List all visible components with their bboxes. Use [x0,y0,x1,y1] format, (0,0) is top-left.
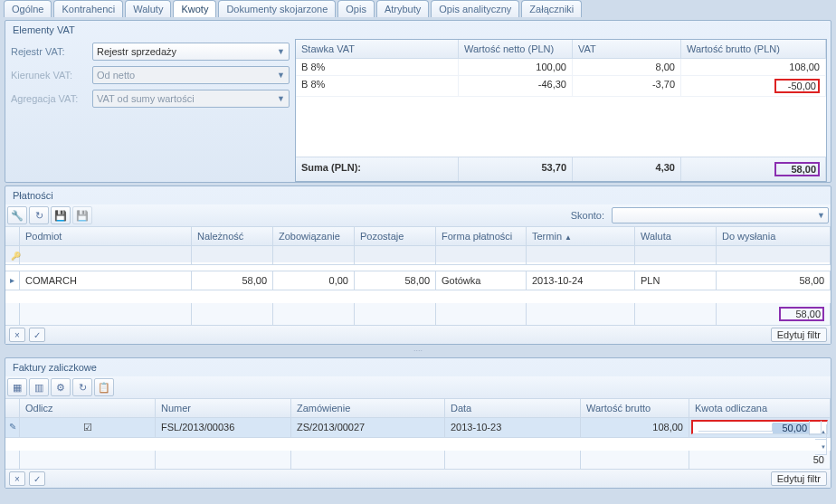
kwota-value[interactable]: 50,00 [773,423,809,433]
table-row[interactable]: ▸ COMARCH 58,00 0,00 58,00 Gotówka 2013-… [5,271,831,290]
grid-head: Odlicz Numer Zamówienie Data Wartość bru… [5,399,831,418]
tab-atrybuty[interactable]: Atrybuty [376,0,429,17]
clear-filter-button[interactable]: × [9,471,25,486]
panel-title: Płatności [5,186,831,204]
col-brutto[interactable]: Wartość brutto (PLN) [681,40,826,59]
col-forma[interactable]: Forma płatności [436,227,527,246]
skonto-combo[interactable]: ▼ [612,207,829,223]
col-naleznosc[interactable]: Należność [192,227,273,246]
cell-zobowiazanie: 0,00 [273,271,355,290]
tab-opis-analityczny[interactable]: Opis analityczny [431,0,519,17]
col-kwota[interactable]: Kwota odliczana [689,399,831,418]
combo-value: Rejestr sprzedaży [97,46,176,57]
table-row[interactable]: ✎ ☑ FSL/2013/00036 ZS/2013/00027 2013-10… [5,418,831,438]
sum-label: Suma (PLN): [296,157,459,181]
tab-dokumenty[interactable]: Dokumenty skojarzone [218,0,336,17]
col-pozostaje[interactable]: Pozostaje [355,227,436,246]
tab-waluty[interactable]: Waluty [125,0,171,17]
cell-termin: 2013-10-24 [527,271,635,290]
col-zobowiazanie[interactable]: Zobowiązanie [273,227,355,246]
clear-filter-button[interactable]: × [9,328,25,342]
row-handle-icon[interactable]: ▸ [5,271,20,290]
summary-icon[interactable]: 📋 [94,378,114,396]
col-zamowienie[interactable]: Zamówienie [291,399,445,418]
spinner[interactable]: ▲▼ [809,421,822,435]
kwota-input-highlight[interactable]: 50,00 ▲▼ [691,420,828,434]
sum-netto: 53,70 [459,157,573,181]
cell-brutto: 108,00 [681,59,826,76]
cell-dowyslania: 58,00 [717,271,831,290]
footer-total: 50 [689,451,831,469]
rejestr-vat-combo[interactable]: Rejestr sprzedaży ▼ [92,43,290,61]
refresh-icon[interactable]: ↻ [72,378,92,396]
cell-netto: -46,30 [459,76,573,97]
col-dowyslania[interactable]: Do wysłania [717,227,831,246]
cell-stawka: B 8% [296,76,459,97]
cell-naleznosc: 58,00 [192,271,273,290]
col-netto[interactable]: Wartość netto (PLN) [459,40,573,59]
col-waluta[interactable]: Waluta [635,227,717,246]
col-numer[interactable]: Numer [156,399,291,418]
tab-kontrahenci[interactable]: Kontrahenci [53,0,123,17]
cell-waluta: PLN [635,271,717,290]
col-data[interactable]: Data [445,399,581,418]
cell-brutto: -50,00 [681,76,826,97]
filter-check-button[interactable]: ✓ [29,471,45,486]
cell-forma: Gotówka [436,271,527,290]
cell-numer: FSL/2013/00036 [156,418,291,438]
spin-up-icon[interactable]: ▲ [815,424,827,440]
rejestr-vat-label: Rejestr VAT: [11,46,92,57]
wrench-icon[interactable]: 🔧 [7,206,27,224]
col-odlicz[interactable]: Odlicz [20,399,156,418]
chevron-down-icon: ▼ [277,47,285,56]
cell-data: 2013-10-23 [445,418,581,438]
cell-stawka: B 8% [296,59,459,76]
sum-brutto: 58,00 [681,157,826,181]
filter-check-button[interactable]: ✓ [29,328,45,342]
pay-toolbar: 🔧 ↻ 💾 💾 Skonto: ▼ [5,204,831,227]
grid-footer-bar: × ✓ Edytuj filtr [5,469,831,488]
edit-filter-button[interactable]: Edytuj filtr [771,328,827,342]
combo-value: VAT od sumy wartości [97,93,195,104]
vat-row[interactable]: B 8% -46,30 -3,70 -50,00 [296,76,826,97]
cell-odlicz[interactable]: ☑ [20,418,156,438]
combo-value: Od netto [97,70,135,81]
cell-zamowienie: ZS/2013/00027 [291,418,445,438]
panel-title: Elementy VAT [5,21,831,39]
tab-zalaczniki[interactable]: Załączniki [521,0,582,17]
skonto-label: Skonto: [571,210,604,221]
highlight-red: -50,00 [774,79,820,93]
refresh-icon[interactable]: ↻ [29,206,49,224]
col-termin[interactable]: Termin▲ [527,227,635,246]
sum-vat: 4,30 [573,157,681,181]
adv-grid: Odlicz Numer Zamówienie Data Wartość bru… [5,399,831,488]
save-disabled-icon: 💾 [72,206,92,224]
highlight-purple: 58,00 [779,307,824,321]
vat-row[interactable]: B 8% 100,00 8,00 108,00 [296,59,826,76]
col-stawka[interactable]: Stawka VAT [296,40,459,59]
grid-alt-icon[interactable]: ▥ [29,378,49,396]
edit-filter-button[interactable]: Edytuj filtr [771,471,827,486]
grid-footer: 50 [5,451,831,469]
grid-icon[interactable]: ▦ [7,378,27,396]
tab-kwoty[interactable]: Kwoty [173,0,216,17]
tab-opis[interactable]: Opis [337,0,375,17]
vat-table-head: Stawka VAT Wartość netto (PLN) VAT Warto… [296,40,826,59]
gear-icon[interactable]: ⚙ [51,378,71,396]
cell-kwota[interactable]: 50,00 ▲▼ [689,418,831,438]
spin-down-icon[interactable]: ▼ [815,440,827,455]
col-podmiot[interactable]: Podmiot [20,227,192,246]
save-icon[interactable]: 💾 [51,206,71,224]
col-vat[interactable]: VAT [573,40,681,59]
chevron-down-icon: ▼ [277,94,285,103]
checkbox-checked-icon[interactable]: ☑ [83,422,92,433]
cell-vat: -3,70 [573,76,681,97]
edit-row-icon[interactable]: ✎ [5,418,20,438]
kierunek-vat-label: Kierunek VAT: [11,70,92,81]
kierunek-vat-combo: Od netto ▼ [92,66,290,84]
agregacja-vat-combo: VAT od sumy wartości ▼ [92,90,290,108]
grid-filter-row[interactable] [5,246,831,262]
panel-platnosci: Płatności 🔧 ↻ 💾 💾 Skonto: ▼ Podmiot Nale… [5,185,831,345]
col-brutto[interactable]: Wartość brutto [581,399,689,418]
tab-ogolne[interactable]: Ogólne [4,0,52,17]
